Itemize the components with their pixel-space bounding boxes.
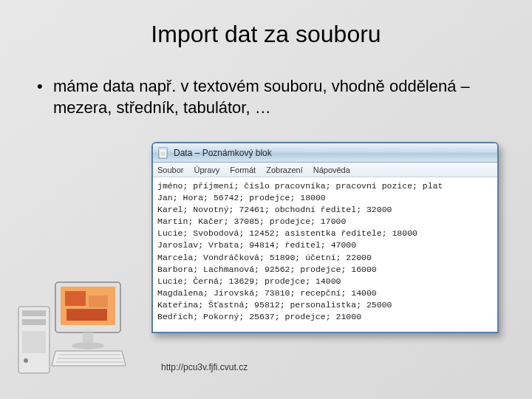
menu-help[interactable]: Nápověda (313, 166, 350, 174)
menu-view[interactable]: Zobrazení (266, 166, 303, 174)
text-line: Lucie; Černá; 13629; prodejce; 14000 (157, 276, 493, 287)
text-content[interactable]: jméno; příjmení; číslo pracovníka; praco… (153, 177, 497, 332)
svg-rect-13 (89, 296, 108, 307)
text-line: Jaroslav; Vrbata; 94814; ředitel; 47000 (157, 239, 493, 251)
text-line: Magdalena; Jírovská; 73810; recepční; 14… (157, 287, 493, 299)
text-line: Bedřich; Pokorný; 25637; prodejce; 21000 (157, 311, 493, 323)
bullet-item: máme data např. v textovém souboru, vhod… (37, 76, 502, 118)
text-line: Karel; Novotný; 72461; obchodní ředitel;… (157, 204, 493, 216)
text-line: Marcela; Vondráčková; 51890; účetní; 220… (157, 252, 493, 264)
text-line: jméno; příjmení; číslo pracovníka; praco… (157, 180, 493, 192)
svg-rect-8 (22, 331, 46, 353)
svg-rect-14 (66, 309, 107, 321)
footer-url: http://pcu3v.fjfi.cvut.cz (161, 362, 248, 372)
svg-rect-12 (65, 291, 86, 306)
svg-rect-6 (22, 310, 46, 316)
text-line: Jan; Hora; 56742; prodejce; 18000 (157, 192, 493, 204)
menu-format[interactable]: Formát (230, 166, 256, 174)
svg-point-16 (72, 342, 104, 349)
text-line: Kateřina; Šťastná; 95812; personalistka;… (157, 299, 493, 311)
menu-edit[interactable]: Úpravy (194, 166, 219, 174)
svg-point-9 (24, 358, 28, 363)
svg-rect-7 (22, 319, 46, 325)
notepad-window: Data – Poznámkový blok Soubor Úpravy For… (151, 142, 499, 333)
svg-rect-15 (83, 332, 93, 343)
slide-title: Import dat za souboru (0, 0, 532, 63)
notepad-icon (157, 147, 169, 159)
titlebar: Data – Poznámkový blok (153, 143, 497, 163)
text-line: Barbora; Lachmanová; 92562; prodejce; 16… (157, 264, 493, 276)
window-title: Data – Poznámkový blok (174, 148, 272, 158)
text-line: Lucie; Svobodová; 12452; asistentka ředi… (157, 228, 493, 239)
computer-clipart (15, 273, 126, 377)
menubar: Soubor Úpravy Formát Zobrazení Nápověda (153, 163, 497, 177)
text-line: Martin; Kačer; 37085; prodejce; 17000 (157, 216, 493, 228)
svg-rect-1 (159, 148, 167, 150)
bullet-list: máme data např. v textovém souboru, vhod… (0, 63, 532, 118)
menu-file[interactable]: Soubor (157, 166, 183, 174)
